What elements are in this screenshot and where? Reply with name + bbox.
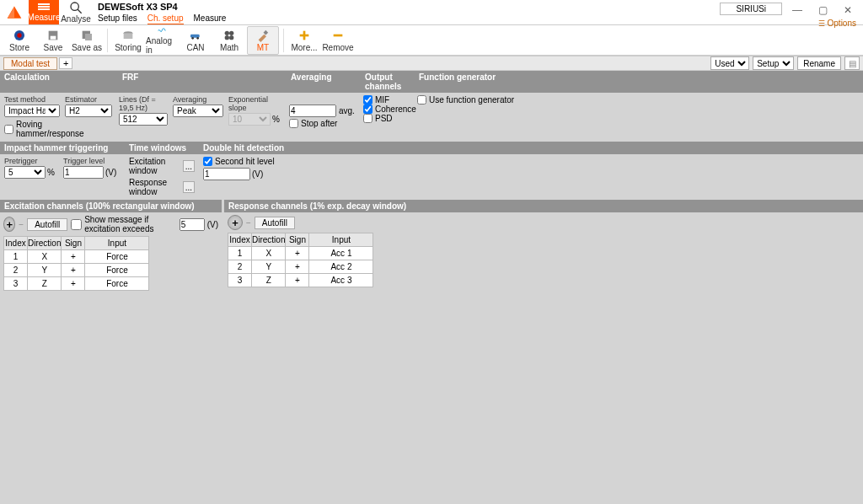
table-row[interactable]: 3Z+Acc 3 bbox=[228, 274, 373, 287]
label-trigger-level: Trigger level bbox=[63, 157, 121, 165]
device-label[interactable]: SIRIUSi bbox=[720, 3, 782, 15]
table-row[interactable]: 2Y+Force bbox=[4, 264, 149, 277]
input-avg-count[interactable] bbox=[289, 105, 336, 117]
section-header-row-1: Calculation FRF Averaging Output channel… bbox=[0, 71, 863, 93]
svg-point-15 bbox=[225, 30, 229, 35]
module-tabbar: Modal test + Used Setup Rename ▤ bbox=[0, 56, 863, 71]
label-pretrigger: Pretrigger bbox=[4, 157, 55, 165]
hdr-averaging: Averaging bbox=[287, 71, 361, 93]
hdr-fg: Function generator bbox=[415, 71, 500, 93]
svg-point-2 bbox=[71, 3, 78, 10]
remove-excitation-icon[interactable]: − bbox=[19, 220, 24, 229]
remove-button[interactable]: Remove bbox=[322, 26, 354, 55]
window-close-button[interactable]: ✕ bbox=[838, 3, 858, 18]
store-button[interactable]: Store bbox=[3, 26, 35, 55]
svg-rect-21 bbox=[300, 34, 309, 36]
add-response-button[interactable]: + bbox=[228, 215, 243, 230]
chk-show-msg[interactable] bbox=[71, 219, 82, 230]
mode-tab-analyse[interactable]: Analyse bbox=[59, 0, 93, 24]
section-header-row-2: Impact hammer triggering Time windows Do… bbox=[0, 142, 863, 154]
svg-point-5 bbox=[17, 33, 21, 37]
excitation-table: Index Direction Sign Input 1X+Force 2Y+F… bbox=[3, 236, 149, 291]
label-show-msg: Show message if excitation exceeds bbox=[84, 215, 176, 233]
label-exc-window: Excitation window bbox=[129, 157, 180, 175]
list-icon-button[interactable]: ▤ bbox=[844, 56, 860, 70]
chk-coherence[interactable] bbox=[363, 105, 373, 114]
chk-roving[interactable] bbox=[4, 125, 13, 134]
toolbar: Store Save Save as Storing Analog in CAN… bbox=[0, 25, 863, 56]
chk-second-hit[interactable] bbox=[203, 157, 212, 166]
exc-window-button[interactable]: ... bbox=[183, 160, 195, 172]
hdr-double: Double hit detection bbox=[199, 142, 288, 154]
input-show-msg-val[interactable] bbox=[180, 218, 205, 231]
chk-use-fg[interactable] bbox=[417, 95, 426, 105]
chk-mif[interactable] bbox=[363, 95, 373, 105]
can-button[interactable]: CAN bbox=[180, 26, 212, 55]
table-row[interactable]: 1X+Force bbox=[4, 250, 149, 264]
hdr-impact: Impact hammer triggering bbox=[0, 142, 125, 154]
mode-tab-measure[interactable]: Measure bbox=[29, 0, 59, 24]
resp-window-button[interactable]: ... bbox=[183, 181, 195, 193]
subtab-ch-setup[interactable]: Ch. setup bbox=[147, 13, 184, 24]
svg-point-16 bbox=[229, 30, 233, 35]
subtabs: Setup files Ch. setup Measure bbox=[98, 12, 715, 24]
label-resp-window: Response window bbox=[129, 178, 180, 196]
subtab-setup-files[interactable]: Setup files bbox=[98, 13, 137, 24]
mode-tab-analyse-label: Analyse bbox=[61, 14, 91, 24]
excitation-panel-header: Excitation channels (100% rectangular wi… bbox=[0, 200, 222, 212]
label-test-method: Test method bbox=[4, 95, 56, 104]
chk-stop-after[interactable] bbox=[289, 119, 298, 128]
select-pretrigger[interactable]: 5 bbox=[4, 166, 46, 179]
mt-button[interactable]: MT bbox=[247, 26, 279, 55]
math-button[interactable]: Math bbox=[213, 26, 245, 55]
app-logo bbox=[0, 0, 29, 24]
more-button[interactable]: More... bbox=[288, 26, 320, 55]
remove-response-icon[interactable]: − bbox=[246, 218, 251, 228]
hdr-calculation: Calculation bbox=[0, 71, 118, 93]
add-excitation-button[interactable]: + bbox=[3, 217, 15, 232]
svg-line-3 bbox=[78, 9, 82, 13]
filter-select-setup[interactable]: Setup bbox=[753, 56, 794, 70]
label-averaging: Averaging bbox=[173, 95, 220, 104]
chk-psd[interactable] bbox=[363, 114, 373, 123]
svg-point-13 bbox=[191, 37, 194, 40]
svg-point-14 bbox=[196, 37, 199, 40]
svg-rect-19 bbox=[264, 29, 269, 35]
svg-point-17 bbox=[225, 35, 229, 40]
hdr-timewin: Time windows bbox=[125, 142, 199, 154]
save-button[interactable]: Save bbox=[37, 26, 69, 55]
input-second-hit[interactable] bbox=[203, 168, 250, 180]
select-estimator[interactable]: H2 bbox=[65, 105, 112, 117]
hdr-frf: FRF bbox=[118, 71, 287, 93]
window-minimize-button[interactable]: — bbox=[787, 3, 807, 18]
subtab-measure[interactable]: Measure bbox=[194, 13, 227, 24]
response-table: Index Direction Sign Input 1X+Acc 1 2Y+A… bbox=[228, 233, 373, 287]
svg-marker-1 bbox=[8, 6, 14, 18]
svg-rect-11 bbox=[124, 33, 133, 39]
window-maximize-button[interactable]: ▢ bbox=[812, 3, 833, 18]
label-lines: Lines (Df = 19,5 Hz) bbox=[119, 95, 164, 112]
table-row[interactable]: 2Y+Acc 2 bbox=[228, 260, 373, 274]
label-estimator: Estimator bbox=[65, 95, 110, 104]
autofill-excitation-button[interactable]: Autofill bbox=[27, 218, 67, 231]
svg-rect-7 bbox=[51, 35, 56, 39]
svg-rect-22 bbox=[334, 34, 343, 36]
tab-add[interactable]: + bbox=[59, 57, 72, 69]
select-lines[interactable]: 512 bbox=[119, 113, 168, 126]
rename-button[interactable]: Rename bbox=[797, 56, 841, 70]
filter-select-used[interactable]: Used bbox=[710, 56, 749, 70]
select-test-method[interactable]: Impact Hammer bbox=[4, 105, 60, 117]
table-row[interactable]: 1X+Acc 1 bbox=[228, 247, 373, 260]
options-link[interactable]: ☰ Options bbox=[818, 19, 856, 28]
svg-rect-9 bbox=[85, 34, 92, 40]
tab-modal-test[interactable]: Modal test bbox=[3, 57, 57, 70]
analogin-button[interactable]: Analog in bbox=[146, 26, 178, 55]
input-trigger-level[interactable] bbox=[63, 166, 104, 179]
saveas-button[interactable]: Save as bbox=[71, 26, 103, 55]
mode-tab-measure-label: Measure bbox=[28, 13, 61, 22]
select-averaging[interactable]: Peak bbox=[173, 105, 223, 117]
autofill-response-button[interactable]: Autofill bbox=[255, 217, 295, 229]
table-row[interactable]: 3Z+Force bbox=[4, 277, 149, 291]
label-exp-slope: Exponential slope bbox=[228, 95, 281, 112]
storing-button[interactable]: Storing bbox=[112, 26, 144, 55]
